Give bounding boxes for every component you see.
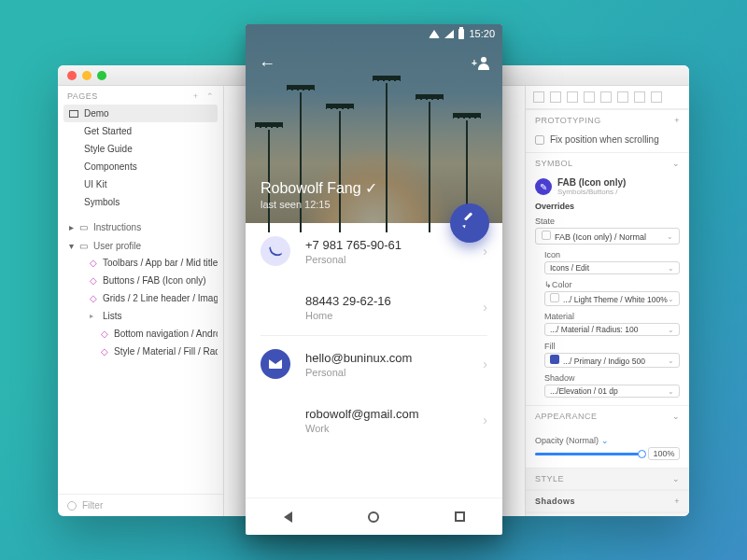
fill-dropdown[interactable]: .../ Primary / Indigo 500⌄	[544, 353, 680, 368]
fix-position-option[interactable]: Fix position when scrolling	[526, 131, 689, 152]
icon-dropdown[interactable]: Icons / Edit⌄	[544, 261, 680, 274]
checkbox-icon[interactable]	[535, 135, 544, 145]
page-item[interactable]: Symbols	[63, 193, 218, 211]
symbol-icon: ◇	[90, 258, 97, 268]
page-item[interactable]: Demo	[63, 105, 218, 122]
opacity-value[interactable]: 100%	[648, 447, 680, 460]
signal-icon	[444, 30, 454, 38]
add-contact-icon[interactable]: +	[472, 57, 489, 70]
edit-fab[interactable]	[450, 203, 489, 243]
artboard-section[interactable]: ▸▭Instructions	[63, 217, 218, 235]
chevron-right-icon: ›	[483, 357, 487, 371]
opacity-slider[interactable]: 100%	[535, 447, 680, 460]
overrides-label: Overrides	[535, 202, 680, 211]
back-arrow-icon[interactable]: ←	[259, 54, 275, 74]
item-secondary: Personal	[305, 367, 468, 378]
symbol-swatch-icon: ✎	[535, 178, 552, 195]
fill-label: Fill	[544, 342, 680, 351]
page-item[interactable]: UI Kit	[63, 175, 218, 193]
page-name: UI Kit	[84, 179, 106, 189]
list-item[interactable]: robowolf@gmail.com Work ›	[246, 392, 502, 448]
prototyping-header[interactable]: PROTOTYPING+	[526, 109, 689, 131]
layer-name: Buttons / FAB (Icon only)	[103, 275, 206, 286]
page-item[interactable]: Style Guide	[63, 140, 218, 158]
symbol-icon: ◇	[101, 346, 108, 357]
symbol-icon: ◇	[101, 329, 108, 339]
align-bottom-icon[interactable]	[617, 91, 628, 103]
layer-name: Toolbars / App bar / Mid title...	[103, 258, 218, 268]
phone-icon	[261, 236, 290, 266]
filter-placeholder: Filter	[82, 500, 103, 511]
chevron-down-icon: ⌄	[668, 295, 674, 303]
chevron-down-icon[interactable]: ⌄	[672, 159, 681, 168]
page-item[interactable]: Get Started	[63, 122, 218, 140]
android-nav-bar	[246, 497, 502, 535]
material-dropdown[interactable]: .../ Material / Radius: 100⌄	[544, 323, 680, 336]
nav-back-icon[interactable]	[284, 511, 292, 523]
layer-name: Style / Material / Fill / Radius...	[114, 346, 218, 357]
collapse-pages-icon[interactable]: ⌃	[206, 91, 215, 101]
chevron-down-icon: ⌄	[667, 232, 673, 241]
shadow-dropdown[interactable]: .../Elevation / 01 dp⌄	[544, 385, 680, 398]
distribute-h-icon[interactable]	[634, 91, 645, 103]
chevron-right-icon: ›	[483, 413, 487, 427]
item-primary: 88443 29-62-16	[305, 294, 468, 308]
color-dropdown[interactable]: .../ Light Theme / White 100%⌄	[544, 291, 680, 306]
distribute-v-icon[interactable]	[651, 91, 662, 103]
section-label: Instructions	[93, 222, 141, 232]
symbol-icon: ◇	[90, 293, 97, 303]
filter-settings-icon[interactable]	[67, 501, 77, 511]
layer-item[interactable]: ◇Toolbars / App bar / Mid title...	[63, 254, 218, 272]
page-name: Components	[84, 161, 137, 172]
symbol-summary[interactable]: ✎ FAB (Icon only) Symbols/Buttons /	[535, 177, 680, 196]
layer-item[interactable]: ◇Style / Material / Fill / Radius...	[63, 343, 218, 360]
nav-recents-icon[interactable]	[455, 511, 465, 522]
group-label: Lists	[103, 311, 122, 321]
align-middle-icon[interactable]	[600, 91, 612, 103]
close-window-icon[interactable]	[67, 71, 77, 80]
filter-input[interactable]: Filter	[58, 494, 223, 516]
zoom-window-icon[interactable]	[97, 71, 106, 80]
symbol-icon: ◇	[90, 275, 97, 286]
clock: 15:20	[469, 28, 495, 39]
layer-name: Grids / 2 Line header / Imag...	[103, 293, 218, 303]
layer-group[interactable]: ▸Lists	[63, 307, 218, 325]
chevron-down-icon: ⌄	[668, 357, 674, 365]
page-name: Get Started	[84, 126, 132, 136]
layer-item[interactable]: ◇Grids / 2 Line header / Imag...	[63, 289, 218, 307]
layers-list: ▸▭Instructions ▾▭User profile ◇Toolbars …	[58, 217, 223, 360]
layer-item[interactable]: ◇Buttons / FAB (Icon only)	[63, 272, 218, 289]
contact-details-list: +7 981 765-90-61 Personal › 88443 29-62-…	[246, 223, 502, 497]
make-exportable-header[interactable]: MAKE EXPORTABLE+	[526, 512, 689, 516]
layer-item[interactable]: ◇Bottom navigation / Android...	[63, 325, 218, 343]
align-left-icon[interactable]	[533, 91, 544, 103]
plus-icon[interactable]: +	[674, 497, 680, 506]
page-item[interactable]: Components	[63, 158, 218, 175]
align-center-icon[interactable]	[550, 91, 561, 103]
style-header[interactable]: STYLE⌄	[526, 468, 689, 490]
add-page-icon[interactable]: +	[193, 91, 199, 101]
chevron-down-icon[interactable]: ⌄	[672, 412, 681, 421]
list-item[interactable]: hello@buninux.com Personal ›	[246, 336, 502, 392]
layer-name: Bottom navigation / Android...	[114, 329, 218, 339]
minimize-window-icon[interactable]	[82, 71, 92, 80]
align-right-icon[interactable]	[567, 91, 578, 103]
list-item[interactable]: 88443 29-62-16 Home ›	[246, 279, 502, 335]
state-dropdown[interactable]: FAB (Icon only) / Normal⌄	[535, 228, 680, 245]
state-label: State	[535, 217, 680, 226]
item-secondary: Personal	[305, 254, 468, 265]
symbol-header[interactable]: SYMBOL⌄	[526, 152, 689, 174]
shadows-header[interactable]: Shadows+	[526, 490, 689, 512]
chevron-down-icon: ⌄	[668, 264, 674, 273]
nav-home-icon[interactable]	[368, 511, 379, 523]
item-primary: hello@buninux.com	[305, 351, 468, 365]
phone-mockup: 15:20 ← + Robowolf Fang ✓ last seen 12:1…	[246, 24, 502, 535]
pages-header: PAGES + ⌃	[58, 86, 223, 105]
chevron-down-icon[interactable]: ⌄	[672, 474, 681, 483]
plus-icon[interactable]: +	[674, 116, 680, 125]
align-top-icon[interactable]	[584, 91, 595, 103]
appearance-header[interactable]: APPEARANCE⌄	[526, 405, 689, 427]
symbol-path: Symbols/Buttons /	[557, 188, 626, 196]
chevron-right-icon: ›	[483, 244, 487, 259]
artboard-section[interactable]: ▾▭User profile	[63, 235, 218, 254]
